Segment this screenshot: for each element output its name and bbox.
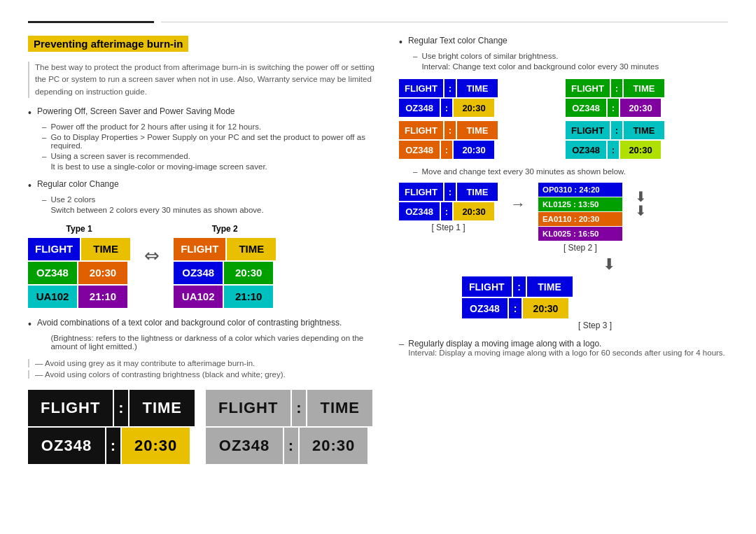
step2-s2: KL0125 : 13:50: [538, 197, 622, 211]
section-title: Preventing afterimage burn-in: [28, 36, 188, 52]
lg-row2: OZ348 : 20:30: [28, 428, 195, 464]
type2-block: Type 2 FLIGHT TIME OZ348 20:30 UA102 21:: [174, 224, 276, 308]
top-line-light: [161, 22, 728, 22]
type1-board: FLIGHT TIME OZ348 20:30 UA102 21:10: [28, 238, 130, 308]
mb4-r2: OZ348 : 20:30: [566, 141, 728, 159]
arrow-to-step3: ⬇: [490, 255, 728, 274]
type1-row2: OZ348 20:30: [28, 262, 130, 284]
sub-text-5: Use 2 colors: [50, 195, 95, 204]
s1-r2c2: :: [441, 202, 452, 220]
right-column: • Regular Text color Change – Use bright…: [399, 36, 728, 464]
bullet-dot-2: •: [28, 180, 31, 191]
step1-board: FLIGHT : TIME OZ348 : 20:30: [399, 183, 498, 220]
mb1-r2c2: :: [441, 99, 452, 117]
mb1-r1c3: TIME: [457, 79, 498, 97]
s1-r2: OZ348 : 20:30: [399, 202, 498, 220]
lgr-row2: OZ348 : 20:30: [206, 428, 372, 464]
sub-text-2: Go to Display Properties > Power Supply …: [50, 133, 378, 150]
lg-r2c1: OZ348: [28, 428, 105, 464]
lgr-r2c1: OZ348: [206, 428, 283, 464]
large-board-right: FLIGHT : TIME OZ348 : 20:30: [206, 390, 372, 464]
s1-r2c3: 20:30: [454, 202, 494, 220]
mb1-r1: FLIGHT : TIME: [399, 79, 561, 97]
step2-s4: KL0025 : 16:50: [538, 227, 622, 241]
mb4-r1c3: TIME: [624, 121, 664, 139]
type2-r1c2: TIME: [227, 238, 276, 260]
type2-row1: FLIGHT TIME: [174, 238, 276, 260]
step2-stacked: OP0310 : 24:20 KL0125 : 13:50 EA0110 : 2…: [538, 183, 622, 241]
type1-r3c1: UA102: [28, 286, 77, 308]
step1-block: FLIGHT : TIME OZ348 : 20:30 [ Step 1 ]: [399, 183, 498, 232]
right-sub-1: – Use bright colors of similar brightnes…: [399, 52, 728, 60]
s1-r1: FLIGHT : TIME: [399, 183, 498, 201]
step-arrow-right: →: [510, 183, 526, 213]
mb3-r1c3: TIME: [457, 121, 498, 139]
s3-r2c2: :: [509, 298, 522, 318]
mb3-r1c1: FLIGHT: [399, 121, 443, 139]
type1-r1c2: TIME: [81, 238, 130, 260]
mb2-r2c1: OZ348: [566, 99, 606, 117]
step2-s3: EA0110 : 20:30: [538, 212, 622, 226]
type2-r3c2: 21:10: [224, 286, 273, 308]
right-bullet-1: • Regular Text color Change: [399, 36, 728, 48]
left-column: Preventing afterimage burn-in The best w…: [28, 36, 378, 464]
mini-board-1: FLIGHT : TIME OZ348 : 20:30: [399, 79, 561, 117]
step2-block: OP0310 : 24:20 KL0125 : 13:50 EA0110 : 2…: [538, 183, 622, 253]
types-row: Type 1 FLIGHT TIME OZ348 20:30 UA102 21:: [28, 224, 378, 308]
step3-block: FLIGHT : TIME OZ348 : 20:30 [ Step 3 ]: [462, 276, 728, 330]
mb4-r2c2: :: [608, 141, 619, 159]
lgr-r1c3: TIME: [307, 390, 372, 426]
lgr-r2c2: :: [284, 428, 298, 464]
type2-r3c1: UA102: [174, 286, 223, 308]
sub-item-5: – Use 2 colors: [28, 195, 378, 204]
s3-r1: FLIGHT : TIME: [462, 276, 728, 297]
type1-r1c1: FLIGHT: [28, 238, 80, 260]
down-arrow-step3: ⬇: [490, 255, 728, 274]
avoid-text-1: (Brightness: refers to the lightness or …: [50, 334, 378, 351]
mb1-r2c3: 20:30: [454, 99, 494, 117]
type1-r2c1: OZ348: [28, 262, 77, 284]
sub-item-4: – It is best to use a single-color or mo…: [28, 162, 378, 171]
avoid-sub: – (Brightness: refers to the lightness o…: [28, 334, 378, 351]
avoid-item: • Avoid combinations of a text color and…: [28, 318, 378, 330]
s1-r1c1: FLIGHT: [399, 183, 443, 201]
sub-text-1: Power off the product for 2 hours after …: [50, 122, 261, 131]
bullet-section-2: • Regular color Change – Use 2 colors – …: [28, 179, 378, 214]
lg-row1: FLIGHT : TIME: [28, 390, 195, 426]
type2-board: FLIGHT TIME OZ348 20:30 UA102 21:10: [174, 238, 276, 308]
lgr-r2c3: 20:30: [300, 428, 368, 464]
type2-r2c2: 20:30: [224, 262, 273, 284]
mb3-r2: OZ348 : 20:30: [399, 141, 561, 159]
step2-label: [ Step 2 ]: [538, 243, 622, 253]
step3-board: FLIGHT : TIME OZ348 : 20:30: [462, 276, 728, 318]
down-arrow-2: ⬇: [635, 204, 647, 218]
right-bullet-text: Regular Text color Change: [408, 36, 507, 45]
s3-r1c3: TIME: [527, 276, 573, 297]
s3-r1c1: FLIGHT: [462, 276, 512, 297]
type2-label: Type 2: [212, 224, 238, 234]
lg-r1c1: FLIGHT: [28, 390, 113, 426]
sub-text-4: It is best to use a single-color or movi…: [50, 162, 267, 171]
steps-section: FLIGHT : TIME OZ348 : 20:30 [ Step 1 ]: [399, 183, 728, 330]
mb1-r2c1: OZ348: [399, 99, 440, 117]
mb4-r2c1: OZ348: [566, 141, 606, 159]
s1-r1c2: :: [444, 183, 456, 201]
large-boards-row: FLIGHT : TIME OZ348 : 20:30 FLIGHT : TIM…: [28, 390, 378, 464]
step1-label: [ Step 1 ]: [399, 223, 498, 232]
lg-r2c3: 20:30: [122, 428, 190, 464]
swap-arrows: ⇔: [144, 224, 160, 267]
mb2-r1: FLIGHT : TIME: [566, 79, 728, 97]
right-sub-2: – Interval: Change text color and backgr…: [399, 62, 728, 71]
top-divider: [28, 21, 728, 23]
mb3-r2c2: :: [441, 141, 452, 159]
large-board-left: FLIGHT : TIME OZ348 : 20:30: [28, 390, 195, 464]
bullet-item-2: • Regular color Change: [28, 179, 378, 191]
step3-label: [ Step 3 ]: [462, 321, 728, 330]
step12-row: FLIGHT : TIME OZ348 : 20:30 [ Step 1 ]: [399, 183, 728, 253]
sub-item-1: – Power off the product for 2 hours afte…: [28, 122, 378, 131]
mb4-r1c2: :: [611, 121, 622, 139]
final-note: – Regularly display a moving image along…: [399, 339, 728, 357]
mb3-r2c1: OZ348: [399, 141, 440, 159]
mb3-r1c2: :: [444, 121, 456, 139]
type2-row3: UA102 21:10: [174, 286, 276, 308]
